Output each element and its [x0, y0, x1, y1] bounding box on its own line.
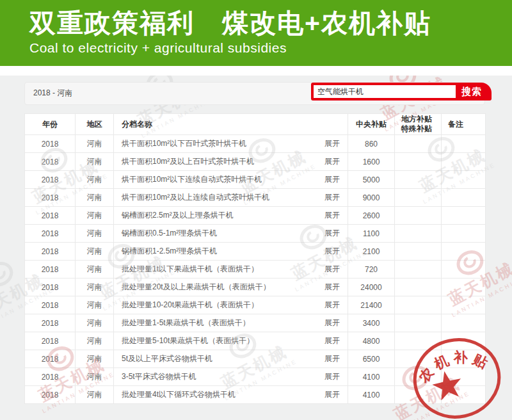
- name-cell: 展开批处理量20t及以上果蔬烘干机（表面烘干）: [114, 279, 348, 296]
- year-cell: 2018: [25, 153, 76, 171]
- region-cell: 河南: [76, 296, 114, 314]
- remark-cell: [442, 243, 486, 261]
- local-subsidy-cell: [395, 368, 442, 386]
- tier-name: 3-5t平床式谷物烘干机: [122, 372, 196, 381]
- expand-link[interactable]: 展开: [324, 210, 340, 221]
- banner-divider: [0, 66, 512, 76]
- central-subsidy-cell: 860: [348, 135, 395, 153]
- remark-cell: [442, 332, 486, 350]
- page-title: 双重政策福利 煤改电+农机补贴: [29, 8, 512, 38]
- expand-link[interactable]: 展开: [324, 353, 340, 364]
- name-cell: 展开3-5t平床式谷物烘干机: [114, 368, 348, 386]
- region-cell: 河南: [76, 368, 114, 386]
- name-cell: 展开烘干面积10m²以下连续自动式茶叶烘干机: [114, 171, 348, 189]
- remark-cell: [442, 153, 486, 171]
- expand-link[interactable]: 展开: [324, 246, 340, 257]
- remark-cell: [442, 207, 486, 225]
- expand-link[interactable]: 展开: [324, 192, 340, 203]
- subsidy-table: 年份 地区 分档名称 中央补贴 地方补贴 特殊补贴 备注 2018河南展开烘干面…: [24, 113, 486, 404]
- year-cell: 2018: [25, 350, 76, 368]
- central-subsidy-cell: 2100: [348, 243, 395, 261]
- expand-link[interactable]: 展开: [324, 371, 340, 382]
- tier-name: 锅槽面积1-2.5m²理条烘干机: [122, 246, 217, 255]
- region-cell: 河南: [76, 332, 114, 350]
- region-cell: 河南: [76, 171, 114, 189]
- expand-link[interactable]: 展开: [324, 300, 340, 311]
- column-header-year: 年份: [25, 114, 76, 135]
- tier-name: 批处理量4t以下循环式谷物烘干机: [122, 390, 236, 399]
- name-cell: 展开批处理量1t以下果蔬烘干机（表面烘干）: [114, 261, 348, 279]
- year-cell: 2018: [25, 207, 76, 225]
- local-subsidy-cell: [395, 279, 442, 296]
- region-cell: 河南: [76, 135, 114, 153]
- expand-link[interactable]: 展开: [324, 389, 340, 400]
- tier-name: 烘干面积10m²及以上百叶式茶叶烘干机: [122, 157, 254, 166]
- local-subsidy-cell: [395, 171, 442, 189]
- expand-link[interactable]: 展开: [324, 264, 340, 275]
- expand-link[interactable]: 展开: [324, 335, 340, 346]
- year-cell: 2018: [25, 225, 76, 243]
- content-area: 蓝天机械 LANTIAN MACHINE 蓝天机械 LANTIAN MACHIN…: [0, 76, 512, 420]
- year-cell: 2018: [25, 171, 76, 189]
- central-subsidy-cell: 4100: [348, 368, 395, 386]
- name-cell: 展开烘干面积10m²及以上连续自动式茶叶烘干机: [114, 189, 348, 207]
- local-subsidy-cell: [395, 296, 442, 314]
- central-subsidy-cell: 5000: [348, 171, 395, 189]
- local-subsidy-cell: [395, 314, 442, 332]
- name-cell: 展开烘干面积10m²及以上百叶式茶叶烘干机: [114, 153, 348, 171]
- central-subsidy-cell: 720: [348, 261, 395, 279]
- local-subsidy-cell: [395, 350, 442, 368]
- table-row: 2018河南展开批处理量10-20t果蔬烘干机（表面烘干）21400: [25, 296, 486, 314]
- remark-cell: [442, 314, 486, 332]
- table-row: 2018河南展开烘干面积10m²及以上百叶式茶叶烘干机1600: [25, 153, 486, 171]
- region-cell: 河南: [76, 261, 114, 279]
- table-row: 2018河南展开烘干面积10m²以下百叶式茶叶烘干机860: [25, 135, 486, 153]
- tier-name: 批处理量5-10t果蔬烘干机（表面烘干）: [122, 336, 254, 345]
- table-row: 2018河南展开锅槽面积2.5m²及以上理条烘干机2600: [25, 207, 486, 225]
- year-cell: 2018: [25, 332, 76, 350]
- year-cell: 2018: [25, 296, 76, 314]
- name-cell: 展开批处理量4t以下循环式谷物烘干机: [114, 386, 348, 404]
- table-row: 2018河南展开锅槽面积1-2.5m²理条烘干机2100: [25, 243, 486, 261]
- year-cell: 2018: [25, 386, 76, 404]
- region-cell: 河南: [76, 314, 114, 332]
- table-row: 2018河南展开烘干面积10m²及以上连续自动式茶叶烘干机9000: [25, 189, 486, 207]
- expand-link[interactable]: 展开: [324, 228, 340, 239]
- region-cell: 河南: [76, 207, 114, 225]
- remark-cell: [442, 261, 486, 279]
- tier-name: 烘干面积10m²及以上连续自动式茶叶烘干机: [122, 193, 269, 202]
- region-cell: 河南: [76, 350, 114, 368]
- expand-link[interactable]: 展开: [324, 282, 340, 293]
- column-header-local: 地方补贴 特殊补贴: [395, 114, 442, 135]
- table-row: 2018河南展开批处理量4t以下循环式谷物烘干机4100: [25, 386, 486, 404]
- expand-link[interactable]: 展开: [324, 138, 340, 149]
- region-cell: 河南: [76, 189, 114, 207]
- expand-link[interactable]: 展开: [324, 174, 340, 185]
- table-header-row: 年份 地区 分档名称 中央补贴 地方补贴 特殊补贴 备注: [25, 114, 486, 135]
- local-subsidy-cell: [395, 135, 442, 153]
- banner: 双重政策福利 煤改电+农机补贴 Coal to electricity + ag…: [0, 0, 512, 66]
- year-cell: 2018: [25, 279, 76, 296]
- remark-cell: [442, 171, 486, 189]
- column-header-name: 分档名称: [114, 114, 348, 135]
- table-row: 2018河南展开3-5t平床式谷物烘干机4100: [25, 368, 486, 386]
- tier-name: 批处理量20t及以上果蔬烘干机（表面烘干）: [122, 282, 271, 291]
- year-cell: 2018: [25, 261, 76, 279]
- tier-name: 烘干面积10m²以下百叶式茶叶烘干机: [122, 139, 246, 148]
- name-cell: 展开批处理量10-20t果蔬烘干机（表面烘干）: [114, 296, 348, 314]
- local-header-line2: 特殊补贴: [401, 124, 441, 134]
- expand-link[interactable]: 展开: [324, 318, 340, 328]
- region-cell: 河南: [76, 386, 114, 404]
- search-button[interactable]: 搜索: [461, 83, 482, 101]
- page-subtitle: Coal to electricity + agricultural subsi…: [29, 40, 512, 56]
- region-cell: 河南: [76, 279, 114, 296]
- table-body: 2018河南展开烘干面积10m²以下百叶式茶叶烘干机8602018河南展开烘干面…: [25, 135, 486, 404]
- remark-cell: [442, 279, 486, 296]
- year-cell: 2018: [25, 135, 76, 153]
- name-cell: 展开锅槽面积2.5m²及以上理条烘干机: [114, 207, 348, 225]
- local-subsidy-cell: [395, 386, 442, 404]
- search-input[interactable]: [314, 85, 456, 98]
- column-header-region: 地区: [76, 114, 114, 135]
- expand-link[interactable]: 展开: [324, 156, 340, 167]
- local-subsidy-cell: [395, 261, 442, 279]
